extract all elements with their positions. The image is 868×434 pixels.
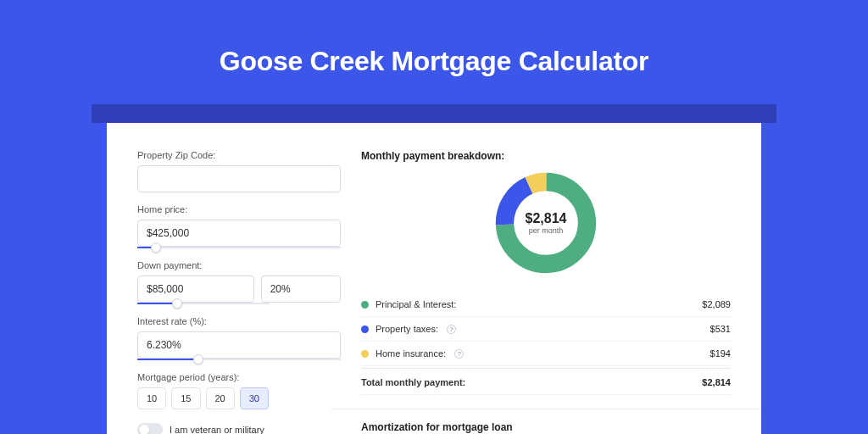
period-option-10[interactable]: 10 [137, 387, 166, 409]
dot-icon [361, 350, 369, 358]
period-option-30[interactable]: 30 [240, 387, 269, 409]
mortgage-period-field: Mortgage period (years): 10 15 20 30 [137, 372, 341, 409]
legend-row-principal: Principal & Interest: $2,089 [361, 292, 731, 317]
home-price-label: Home price: [137, 204, 341, 214]
form-column: Property Zip Code: Home price: Down paym… [137, 150, 341, 434]
zip-field: Property Zip Code: [137, 150, 341, 192]
total-label: Total monthly payment: [361, 377, 465, 387]
down-payment-field: Down payment: [137, 260, 341, 304]
veteran-label: I am veteran or military [170, 425, 264, 434]
dot-icon [361, 301, 369, 309]
help-icon[interactable]: ? [454, 349, 464, 359]
home-price-input[interactable] [137, 220, 341, 247]
down-payment-slider[interactable] [137, 303, 270, 304]
mortgage-period-label: Mortgage period (years): [137, 372, 341, 382]
period-option-15[interactable]: 15 [171, 387, 200, 409]
donut-sub: per month [526, 226, 567, 235]
section-divider [331, 409, 761, 409]
amortization-title: Amortization for mortgage loan [361, 421, 731, 433]
donut-chart-wrap: $2,814 per month [361, 169, 731, 277]
donut-center: $2,814 per month [526, 211, 567, 235]
down-payment-slider-thumb[interactable] [172, 298, 182, 309]
period-option-20[interactable]: 20 [206, 387, 235, 409]
mortgage-period-options: 10 15 20 30 [137, 387, 341, 409]
header-shadow-band [92, 104, 776, 123]
breakdown-column: Monthly payment breakdown: $2,814 per mo… [361, 150, 731, 434]
legend-row-taxes: Property taxes: ? $531 [361, 317, 731, 342]
legend-label: Principal & Interest: [376, 299, 456, 309]
veteran-toggle[interactable] [137, 423, 163, 434]
home-price-slider[interactable] [137, 247, 341, 248]
donut-amount: $2,814 [526, 211, 567, 226]
legend-value: $194 [710, 348, 731, 359]
interest-rate-label: Interest rate (%): [137, 316, 341, 326]
home-price-field: Home price: [137, 204, 341, 248]
legend-label: Home insurance: [376, 348, 446, 359]
legend-row-total: Total monthly payment: $2,814 [361, 368, 731, 395]
legend-label: Property taxes: [376, 324, 438, 334]
zip-label: Property Zip Code: [137, 150, 341, 160]
legend-value: $531 [710, 324, 731, 334]
interest-rate-field: Interest rate (%): [137, 316, 341, 360]
zip-input[interactable] [137, 165, 341, 192]
help-icon[interactable]: ? [447, 325, 456, 334]
interest-rate-input[interactable] [137, 331, 341, 359]
veteran-toggle-row: I am veteran or military [137, 423, 341, 434]
calculator-panel: Property Zip Code: Home price: Down paym… [107, 123, 761, 434]
down-payment-amount-input[interactable] [137, 275, 254, 303]
interest-rate-slider[interactable] [137, 359, 341, 360]
page-title: Goose Creek Mortgage Calculator [0, 46, 868, 77]
interest-rate-slider-thumb[interactable] [193, 354, 203, 364]
legend-value: $2,089 [702, 299, 731, 309]
down-payment-percent-input[interactable] [261, 275, 341, 303]
total-value: $2,814 [702, 377, 731, 387]
dot-icon [361, 326, 369, 333]
down-payment-label: Down payment: [137, 260, 341, 270]
breakdown-title: Monthly payment breakdown: [361, 150, 731, 162]
legend-row-insurance: Home insurance: ? $194 [361, 342, 731, 366]
home-price-slider-thumb[interactable] [151, 242, 161, 253]
